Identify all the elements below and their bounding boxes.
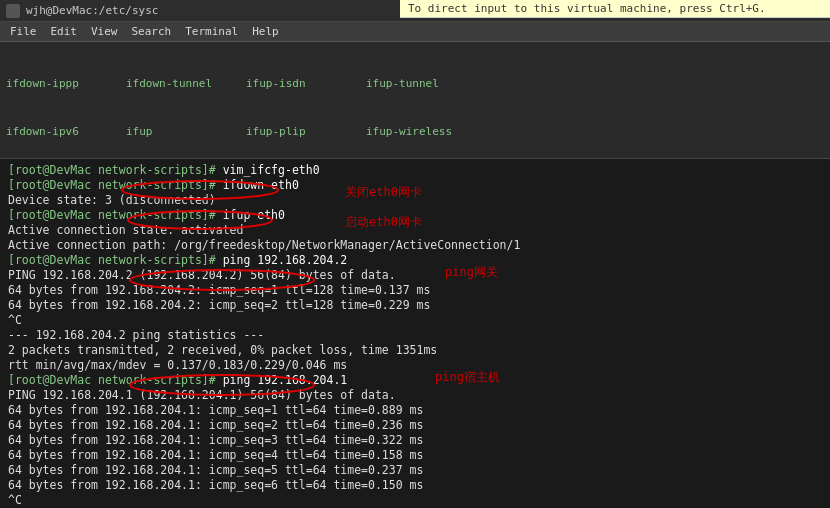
terminal-line: [root@DevMac network-scripts]# ifup eth0 xyxy=(8,208,822,223)
menu-terminal[interactable]: Terminal xyxy=(179,24,244,39)
terminal-line: [root@DevMac network-scripts]# ping 192.… xyxy=(8,373,822,388)
app-icon xyxy=(6,4,20,18)
terminal-line: 64 bytes from 192.168.204.2: icmp_seq=1 … xyxy=(8,283,822,298)
terminal-line: PING 192.168.204.2 (192.168.204.2) 56(84… xyxy=(8,268,822,283)
menu-view[interactable]: View xyxy=(85,24,124,39)
terminal-line: rtt min/avg/max/mdev = 0.137/0.183/0.229… xyxy=(8,358,822,373)
toolbar-item-6: ifup xyxy=(126,124,246,140)
terminal-line: 64 bytes from 192.168.204.1: icmp_seq=4 … xyxy=(8,448,822,463)
terminal[interactable]: [root@DevMac network-scripts]# vim_ifcfg… xyxy=(0,159,830,508)
notification-text: To direct input to this virtual machine,… xyxy=(408,2,766,15)
terminal-line: 64 bytes from 192.168.204.1: icmp_seq=6 … xyxy=(8,478,822,493)
terminal-line: 64 bytes from 192.168.204.1: icmp_seq=5 … xyxy=(8,463,822,478)
toolbar-item-1: ifdown-ippp xyxy=(6,76,126,92)
terminal-line: [root@DevMac network-scripts]# vim_ifcfg… xyxy=(8,163,822,178)
terminal-line: [root@DevMac network-scripts]# ping 192.… xyxy=(8,253,822,268)
terminal-line: --- 192.168.204.2 ping statistics --- xyxy=(8,328,822,343)
terminal-line: 64 bytes from 192.168.204.1: icmp_seq=2 … xyxy=(8,418,822,433)
terminal-line: 64 bytes from 192.168.204.1: icmp_seq=3 … xyxy=(8,433,822,448)
terminal-line: [root@DevMac network-scripts]# ifdown et… xyxy=(8,178,822,193)
menu-bar: File Edit View Search Terminal Help xyxy=(0,22,830,42)
terminal-line: ^C xyxy=(8,313,822,328)
menu-file[interactable]: File xyxy=(4,24,43,39)
terminal-line: PING 192.168.204.1 (192.168.204.1) 56(84… xyxy=(8,388,822,403)
terminal-wrapper: [root@DevMac network-scripts]# vim_ifcfg… xyxy=(0,159,830,508)
menu-help[interactable]: Help xyxy=(246,24,285,39)
terminal-line: Device state: 3 (disconnected) xyxy=(8,193,822,208)
menu-search[interactable]: Search xyxy=(126,24,178,39)
toolbar-item-7: ifup-plip xyxy=(246,124,366,140)
toolbar-item-3: ifup-isdn xyxy=(246,76,366,92)
terminal-line: Active connection state: activated xyxy=(8,223,822,238)
toolbar-item-2: ifdown-tunnel xyxy=(126,76,246,92)
title-bar: wjh@DevMac:/etc/sysc To direct input to … xyxy=(0,0,830,22)
toolbar-row-1: ifdown-ippp ifdown-tunnel ifup-isdn ifup… xyxy=(6,76,824,92)
terminal-line: Active connection path: /org/freedesktop… xyxy=(8,238,822,253)
toolbar-row-2: ifdown-ipv6 ifup ifup-plip ifup-wireless xyxy=(6,124,824,140)
window-title: wjh@DevMac:/etc/sysc xyxy=(26,4,158,17)
toolbar-item-4: ifup-tunnel xyxy=(366,76,486,92)
notification-bar: To direct input to this virtual machine,… xyxy=(400,0,830,18)
toolbar-item-8: ifup-wireless xyxy=(366,124,486,140)
title-bar-left: wjh@DevMac:/etc/sysc xyxy=(6,4,158,18)
terminal-line: ^C xyxy=(8,493,822,508)
terminal-line: 2 packets transmitted, 2 received, 0% pa… xyxy=(8,343,822,358)
terminal-line: 64 bytes from 192.168.204.2: icmp_seq=2 … xyxy=(8,298,822,313)
menu-edit[interactable]: Edit xyxy=(45,24,84,39)
toolbar: ifdown-ippp ifdown-tunnel ifup-isdn ifup… xyxy=(0,42,830,159)
terminal-line: 64 bytes from 192.168.204.1: icmp_seq=1 … xyxy=(8,403,822,418)
toolbar-item-5: ifdown-ipv6 xyxy=(6,124,126,140)
